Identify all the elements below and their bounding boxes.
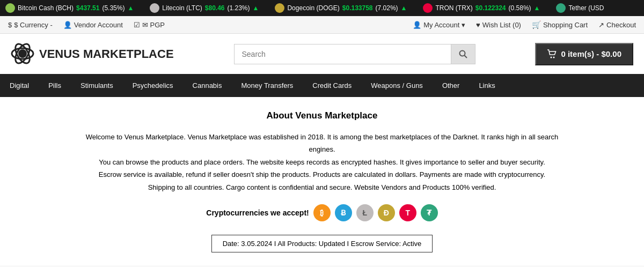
header-nav-right: My Account ▾ Wish List (0) Shopping Cart… [413,20,636,29]
wish-list-link[interactable]: Wish List (0) [476,21,521,29]
dogecoin-icon: Ð [378,204,395,221]
svg-line-5 [464,55,467,58]
my-account-link[interactable]: My Account ▾ [413,21,465,29]
ticker-bar: Bitcoin Cash (BCH) $437.51 (5.35%) ▲ Lit… [0,0,644,16]
currency-link[interactable]: $ $ Currency - [8,21,53,29]
svg-point-6 [551,56,552,58]
ticker-item-trx: TRON (TRX) $0.122324 (0.58%) ▲ [423,3,540,13]
search-input[interactable] [234,44,451,64]
account-user-icon [413,21,421,29]
nav-item-digital[interactable]: Digital [0,74,39,97]
ticker-item-usdt: Tether (USD [556,3,604,13]
ticker-bch-arrow: ▲ [127,4,134,12]
cart-icon [532,20,541,29]
featured-section: Featured [0,266,644,268]
nav-item-credit-cards[interactable]: Credit Cards [303,74,361,97]
wish-list-label: Wish List (0) [482,21,521,29]
vendor-account-label: Vendor Account [74,21,123,29]
dollar-icon: $ [8,21,12,29]
ticker-doge-change: (7.02%) [376,4,398,12]
ticker-doge-price: $0.133758 [342,4,373,12]
litecoin-icon: Ł [356,204,374,221]
logo-text: VENUS MARKETPLACE [39,47,174,61]
nav-item-pills[interactable]: Pills [39,74,71,97]
bch-icon [5,3,15,13]
ticker-ltc-arrow: ▲ [253,4,259,12]
svg-point-1 [18,49,27,58]
checkout-label: Checkout [606,21,636,29]
heart-icon [476,21,480,29]
vendor-account-link[interactable]: Vendor Account [63,21,123,29]
nav-item-money-transfers[interactable]: Money Transfers [231,74,303,97]
ticker-bch-name: Bitcoin Cash (BCH) [18,4,74,12]
about-body: Welcome to Venus Marketplace. Venus Mark… [80,131,564,193]
svg-point-7 [553,56,555,58]
ticker-item-bch: Bitcoin Cash (BCH) $437.51 (5.35%) ▲ [5,3,134,13]
ticker-trx-name: TRON (TRX) [435,4,472,12]
pgp-link[interactable]: ☑ ✉ PGP [134,21,165,29]
about-title: About Venus Marketplace [11,110,633,121]
doge-icon [275,3,284,13]
trx-icon [423,3,433,13]
ticker-doge-arrow: ▲ [401,4,407,12]
header-nav-left: $ $ Currency - Vendor Account ☑ ✉ PGP [8,21,165,29]
ltc-icon [150,3,159,13]
ticker-bch-price: $437.51 [76,4,99,12]
tron-icon: T [399,204,416,221]
info-box: Date: 3.05.2024 I All Products: Updated … [211,235,433,252]
search-button[interactable] [451,44,475,64]
cart-button[interactable]: 0 item(s) - $0.00 [535,43,633,65]
bitcoin-icon: ₿ [313,204,331,221]
bitcoin-blue-icon: Ƀ [335,204,352,221]
main-header: VENUS MARKETPLACE 0 item(s) - $0.00 [0,34,644,74]
nav-item-links[interactable]: Links [469,74,504,97]
search-bar [234,44,475,64]
pgp-label: ✉ PGP [142,21,165,29]
pgp-check-icon: ☑ [134,21,140,29]
search-icon [459,50,467,58]
checkout-link[interactable]: Checkout [598,21,636,29]
about-body-1: Welcome to Venus Marketplace. Venus Mark… [86,133,559,153]
currency-label: $ Currency - [14,21,53,29]
nav-item-cannabis[interactable]: Cannabis [183,74,232,97]
ticker-ltc-change: (1.23%) [228,4,250,12]
nav-item-psychedelics[interactable]: Psychedelics [123,74,183,97]
about-body-2: You can browse the products and place or… [99,158,545,166]
ticker-bch-change: (5.35%) [102,4,125,12]
user-icon [63,21,72,29]
tether-icon: ₮ [421,204,438,221]
nav-item-stimulants[interactable]: Stimulants [71,74,123,97]
cart-label: 0 item(s) - $0.00 [561,49,621,58]
ticker-usdt-name: Tether (USD [568,4,604,12]
about-body-4: Shipping to all countries. Cargo content… [148,183,496,191]
ticker-item-ltc: Litecoin (LTC) $80.46 (1.23%) ▲ [150,3,259,13]
logo-link[interactable]: VENUS MARKETPLACE [11,42,174,66]
cart-button-icon [547,49,557,59]
ticker-trx-price: $0.122324 [475,4,506,12]
crypto-label: Cryptocurrencies we accept! [206,209,309,217]
category-nav: Digital Pills Stimulants Psychedelics Ca… [0,74,644,97]
svg-point-4 [459,50,465,56]
nav-item-weapons-guns[interactable]: Weapons / Guns [361,74,433,97]
logo-icon [11,42,35,66]
ticker-doge-name: Dogecoin (DOGE) [287,4,339,12]
main-content: About Venus Marketplace Welcome to Venus… [0,97,644,266]
ticker-trx-arrow: ▲ [534,4,540,12]
about-body-3: Escrow service is available, refund if s… [99,170,545,178]
ticker-item-doge: Dogecoin (DOGE) $0.133758 (7.02%) ▲ [275,3,407,13]
shopping-cart-link[interactable]: Shopping Cart [532,20,588,29]
ticker-trx-change: (0.58%) [509,4,531,12]
shopping-cart-label: Shopping Cart [543,21,588,29]
ticker-ltc-name: Litecoin (LTC) [162,4,202,12]
header-nav: $ $ Currency - Vendor Account ☑ ✉ PGP My… [0,16,644,34]
usdt-icon [556,3,566,13]
checkout-icon [598,21,604,29]
my-account-label: My Account ▾ [423,21,465,29]
nav-item-other[interactable]: Other [433,74,470,97]
crypto-section: Cryptocurrencies we accept! ₿ Ƀ Ł Ð T ₮ [11,204,633,221]
ticker-ltc-price: $80.46 [205,4,225,12]
